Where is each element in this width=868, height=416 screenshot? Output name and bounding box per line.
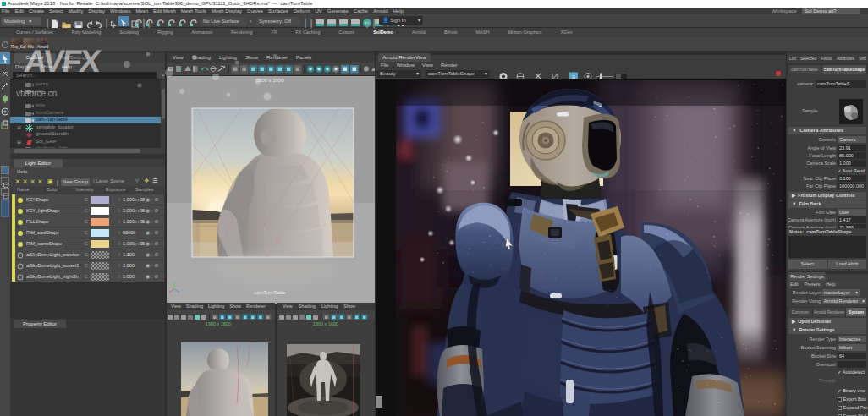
- svg-text:1600 x 1600: 1600 x 1600: [206, 321, 231, 326]
- svg-text:1600 x 1600: 1600 x 1600: [313, 321, 338, 326]
- svg-text:camTurnTable: camTurnTable: [254, 290, 286, 295]
